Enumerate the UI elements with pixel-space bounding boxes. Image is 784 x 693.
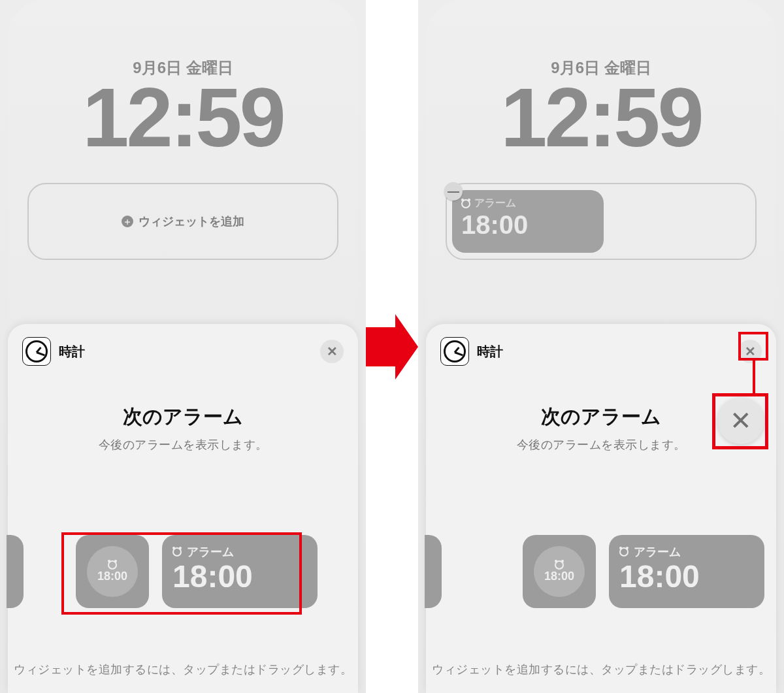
clock-app-icon <box>440 337 469 366</box>
widget-wide-label-row: アラーム <box>619 544 754 560</box>
widget-small-time: 18:00 <box>544 570 574 583</box>
placed-widget-time: 18:00 <box>461 212 595 238</box>
comparison-layout: 9月6日 金曜日 12:59 ＋ ウィジェットを追加 時計 ✕ <box>0 0 784 693</box>
remove-widget-button[interactable]: — <box>444 182 463 201</box>
phone-right-screen: 9月6日 金曜日 12:59 — アラーム 18:00 <box>426 0 776 693</box>
widget-option-peek[interactable] <box>7 535 24 608</box>
alarm-icon <box>619 547 629 556</box>
lock-time: 12:59 <box>426 76 776 159</box>
sheet-hint: ウィジェットを追加するには、タップまたはドラッグします。 <box>426 662 776 677</box>
add-widget-slot[interactable]: ＋ ウィジェットを追加 <box>27 183 338 260</box>
widget-option-small[interactable]: 18:00 <box>523 535 596 608</box>
highlight-widget-options <box>61 532 302 615</box>
arrow-right-icon <box>366 314 418 379</box>
widget-wide-label: アラーム <box>634 544 681 560</box>
sheet-app-name: 時計 <box>59 343 85 361</box>
sheet-app-name: 時計 <box>477 343 503 361</box>
alarm-icon <box>461 199 470 208</box>
small-widget-inner: 18:00 <box>534 546 585 597</box>
add-widget-label: ウィジェットを追加 <box>139 214 244 229</box>
clock-app-icon <box>22 337 51 366</box>
sheet-hint: ウィジェットを追加するには、タップまたはドラッグします。 <box>8 662 358 677</box>
widget-option-wide[interactable]: アラーム 18:00 <box>609 535 764 608</box>
close-sheet-button[interactable]: ✕ <box>320 340 344 363</box>
alarm-icon <box>555 560 564 570</box>
widget-wide-time: 18:00 <box>619 561 754 592</box>
arrow-between <box>366 314 418 379</box>
widget-picker-sheet-left: 時計 ✕ 次のアラーム 今後のアラームを表示します。 18:00 <box>8 324 358 693</box>
sheet-header-left: 時計 <box>22 337 85 366</box>
placed-alarm-widget[interactable]: — アラーム 18:00 <box>452 190 604 253</box>
widget-slot-filled[interactable]: — アラーム 18:00 <box>446 183 757 260</box>
widget-picker-sheet-right: 時計 ✕ 次のアラーム 今後のアラームを表示します。 18:00 <box>426 324 776 693</box>
plus-icon: ＋ <box>122 216 133 227</box>
clock-face-icon <box>444 340 466 363</box>
svg-marker-0 <box>366 314 418 379</box>
highlight-close-small <box>738 332 768 361</box>
phone-left-screen: 9月6日 金曜日 12:59 ＋ ウィジェットを追加 時計 ✕ <box>8 0 358 693</box>
highlight-connector <box>753 361 755 395</box>
close-icon: ✕ <box>327 344 338 359</box>
clock-face-icon <box>25 340 48 363</box>
minus-icon: — <box>448 185 459 199</box>
placed-widget-label-row: アラーム <box>461 197 595 210</box>
sheet-header: 時計 ✕ <box>440 337 762 366</box>
widget-options-row: 18:00 アラーム 18:00 <box>426 532 776 611</box>
sheet-subtitle: 今後のアラームを表示します。 <box>22 437 344 453</box>
phone-left: 9月6日 金曜日 12:59 ＋ ウィジェットを追加 時計 ✕ <box>0 0 366 693</box>
sheet-title: 次のアラーム <box>22 404 344 430</box>
placed-widget-label: アラーム <box>474 197 516 210</box>
widget-option-peek[interactable] <box>425 535 442 608</box>
lock-time: 12:59 <box>8 76 358 159</box>
highlight-close-zoom <box>712 393 768 449</box>
phone-right: 9月6日 金曜日 12:59 — アラーム 18:00 <box>418 0 784 693</box>
sheet-header-left: 時計 <box>440 337 503 366</box>
sheet-header: 時計 ✕ <box>22 337 344 366</box>
